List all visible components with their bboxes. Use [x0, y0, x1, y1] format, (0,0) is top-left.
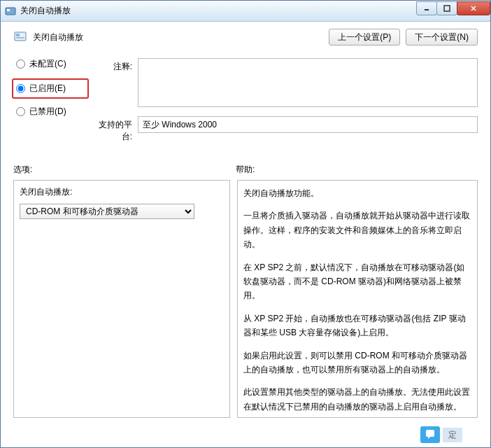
watermark-icon [420, 426, 440, 443]
panels: 关闭自动播放: CD-ROM 和可移动介质驱动器 关闭自动播放功能。 一旦将介质… [13, 180, 478, 418]
help-label: 帮助: [236, 164, 478, 176]
options-label: 选项: [13, 164, 236, 176]
prev-setting-button[interactable]: 上一个设置(P) [329, 29, 400, 46]
platform-label: 支持的平台: [89, 116, 138, 143]
svg-rect-1 [7, 9, 10, 11]
comment-label: 注释: [89, 58, 138, 109]
next-setting-button[interactable]: 下一个设置(N) [406, 29, 478, 46]
window-controls [417, 1, 490, 17]
help-paragraph: 如果启用此设置，则可以禁用 CD-ROM 和可移动介质驱动器上的自动播放，也可以… [243, 349, 471, 377]
radio-group: 未配置(C) 已启用(E) 已禁用(D) [13, 58, 89, 143]
radio-not-configured-input[interactable] [16, 59, 25, 69]
policy-icon [13, 30, 27, 44]
radio-enabled-input[interactable] [16, 84, 25, 93]
radio-disabled-input[interactable] [16, 107, 25, 116]
config-section: 未配置(C) 已启用(E) 已禁用(D) 注释: 支持的平台: [13, 58, 478, 143]
nav-buttons: 上一个设置(P) 下一个设置(N) [329, 29, 478, 46]
fields-column: 注释: 支持的平台: 至少 Windows 2000 [89, 58, 478, 143]
section-labels: 选项: 帮助: [13, 164, 478, 176]
svg-rect-3 [444, 6, 450, 11]
svg-rect-7 [16, 34, 20, 36]
comment-textarea[interactable] [138, 58, 478, 107]
watermark-text: 定 [443, 428, 462, 442]
app-icon [5, 6, 16, 17]
help-paragraph: 在 XP SP2 之前，默认情况下，自动播放在可移动驱动器(如软盘驱动器，而不是… [243, 260, 471, 303]
policy-title: 关闭自动播放 [33, 31, 329, 43]
help-paragraph: 关闭自动播放功能。 [243, 186, 471, 200]
radio-label: 未配置(C) [29, 58, 66, 70]
dialog-content: 关闭自动播放 上一个设置(P) 下一个设置(N) 未配置(C) 已启用(E) 已… [1, 22, 490, 447]
radio-disabled[interactable]: 已禁用(D) [13, 106, 89, 118]
radio-enabled[interactable]: 已启用(E) [12, 78, 89, 99]
platform-field[interactable]: 至少 Windows 2000 [138, 116, 478, 133]
help-panel[interactable]: 关闭自动播放功能。 一旦将介质插入驱动器，自动播放就开始从驱动器中进行读取操作。… [237, 180, 478, 418]
drive-select[interactable]: CD-ROM 和可移动介质驱动器 [20, 204, 194, 219]
options-panel: 关闭自动播放: CD-ROM 和可移动介质驱动器 [13, 180, 230, 418]
close-button[interactable] [457, 1, 490, 15]
help-paragraph: 从 XP SP2 开始，自动播放也在可移动驱动器(包括 ZIP 驱动器和某些 U… [243, 312, 471, 340]
radio-label: 已启用(E) [29, 83, 66, 94]
watermark: 定 [420, 426, 462, 443]
autoplay-off-label: 关闭自动播放: [20, 186, 224, 198]
help-paragraph: 此设置禁用其他类型的驱动器上的自动播放。无法使用此设置在默认情况下已禁用的自动播… [243, 385, 471, 414]
help-paragraph: 一旦将介质插入驱动器，自动播放就开始从驱动器中进行读取操作。这样，程序的安装文件… [243, 209, 471, 251]
header-row: 关闭自动播放 上一个设置(P) 下一个设置(N) [13, 29, 478, 46]
radio-not-configured[interactable]: 未配置(C) [13, 58, 89, 70]
platform-value: 至少 Windows 2000 [143, 119, 217, 131]
window-title: 关闭自动播放 [20, 5, 417, 17]
radio-label: 已禁用(D) [29, 106, 66, 118]
minimize-button[interactable] [416, 1, 437, 15]
maximize-button[interactable] [436, 1, 457, 15]
dialog-window: 关闭自动播放 关闭自动播放 上一个设置(P) 下一个设置(N) 未配置(C) [0, 0, 491, 448]
titlebar[interactable]: 关闭自动播放 [1, 1, 490, 22]
